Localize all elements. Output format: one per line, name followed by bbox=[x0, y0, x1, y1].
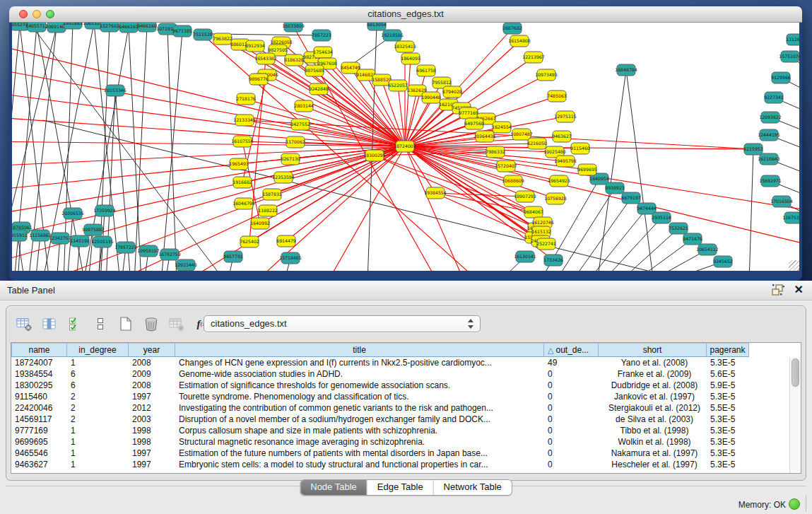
cell-in_degree[interactable]: 1 bbox=[67, 357, 129, 368]
cell-short[interactable]: Jankovic et al. (1997) bbox=[599, 391, 707, 402]
cell-title[interactable]: Corpus callosum shape and size in male p… bbox=[175, 425, 544, 436]
table-row[interactable]: 977716911998Corpus callosum shape and si… bbox=[11, 425, 790, 436]
cell-short[interactable]: Yano et al. (2008) bbox=[599, 357, 707, 368]
graph-node[interactable]: 1754634 bbox=[313, 47, 333, 58]
graph-node[interactable]: 8813054 bbox=[367, 23, 387, 30]
graph-node[interactable]: 8427552 bbox=[290, 119, 310, 130]
column-header-title[interactable]: title bbox=[175, 343, 544, 357]
graph-node[interactable]: 2803144 bbox=[294, 100, 314, 112]
scrollbar-thumb[interactable] bbox=[792, 358, 799, 387]
graph-node[interactable]: 12505135 bbox=[91, 236, 114, 247]
graph-node[interactable]: 2718176 bbox=[236, 93, 256, 105]
graph-node[interactable]: 17016504 bbox=[770, 196, 793, 207]
cell-short[interactable]: Stergiakouli et al. (2012) bbox=[599, 402, 707, 414]
graph-node[interactable]: 16107554 bbox=[231, 136, 254, 147]
graph-node[interactable]: 7986332 bbox=[486, 146, 505, 158]
graph-node[interactable]: 8912934 bbox=[245, 40, 265, 52]
graph-node[interactable]: 20364436 bbox=[473, 131, 496, 142]
graph-node[interactable]: 1145190 bbox=[70, 235, 90, 247]
table-options-button[interactable] bbox=[13, 313, 35, 334]
graph-node[interactable]: 12093822 bbox=[759, 112, 782, 123]
column-header-in_degree[interactable]: in_degree bbox=[67, 343, 129, 357]
cell-year[interactable]: 1998 bbox=[129, 436, 175, 448]
cell-in_degree[interactable]: 2 bbox=[67, 391, 129, 402]
graph-node[interactable]: 9896776 bbox=[249, 74, 269, 85]
cell-pagerank[interactable]: 5.3E-5 bbox=[707, 391, 749, 402]
column-header-name[interactable]: name bbox=[11, 343, 67, 357]
column-header-out_degree[interactable]: △out_de... bbox=[544, 343, 599, 357]
graph-node[interactable]: 10973493 bbox=[535, 69, 558, 81]
cell-title[interactable]: Estimation of the future numbers of pati… bbox=[175, 448, 544, 459]
select-attributes-button[interactable] bbox=[64, 313, 86, 334]
graph-node[interactable]: 18724007 bbox=[394, 141, 416, 152]
cell-in_degree[interactable]: 2 bbox=[67, 414, 129, 425]
graph-node[interactable]: 7857223 bbox=[312, 30, 331, 41]
graph-node[interactable]: 7963822 bbox=[213, 33, 233, 45]
cell-title[interactable]: Genome-wide association studies in ADHD. bbox=[175, 368, 544, 380]
graph-node[interactable]: 6497568 bbox=[464, 118, 484, 129]
cell-out_degree[interactable]: 0 bbox=[544, 448, 599, 459]
graph-node[interactable]: 12342757 bbox=[49, 233, 71, 244]
graph-node[interactable]: 20206536 bbox=[61, 208, 84, 219]
cell-title[interactable]: Embryonic stem cells: a model to study s… bbox=[175, 459, 544, 470]
graph-node[interactable]: 12975115 bbox=[554, 111, 577, 122]
cell-out_degree[interactable]: 0 bbox=[544, 414, 599, 425]
graph-node[interactable]: 1188222 bbox=[258, 205, 278, 216]
graph-node[interactable]: 6794028 bbox=[442, 86, 462, 98]
graph-node[interactable]: 16130141 bbox=[514, 251, 536, 262]
graph-node[interactable]: 12353594 bbox=[272, 172, 295, 183]
cell-short[interactable]: Tibbo et al. (1998) bbox=[599, 425, 707, 436]
tab-node-table[interactable]: Node Table bbox=[300, 480, 367, 495]
table-vertical-scrollbar[interactable] bbox=[789, 357, 801, 473]
table-row[interactable]: 969969511998Structural magnetic resonanc… bbox=[11, 436, 790, 448]
graph-node[interactable]: 9699695 bbox=[577, 164, 597, 175]
cell-year[interactable]: 2012 bbox=[129, 402, 175, 414]
graph-node[interactable]: 1587831 bbox=[262, 189, 282, 200]
cell-pagerank[interactable]: 5.3E-5 bbox=[707, 425, 749, 436]
cell-name[interactable]: 14569117 bbox=[11, 414, 67, 425]
graph-node[interactable]: 6522057 bbox=[388, 80, 408, 91]
cell-year[interactable]: 1997 bbox=[129, 459, 175, 470]
graph-node[interactable]: 11675338 bbox=[782, 212, 799, 223]
graph-node[interactable]: 9115460 bbox=[570, 143, 590, 154]
table-row[interactable]: 946554611997Estimation of the future num… bbox=[11, 448, 790, 459]
graph-node[interactable]: 1733426 bbox=[543, 255, 563, 266]
graph-node[interactable]: 14055712 bbox=[25, 23, 48, 32]
cell-out_degree[interactable]: 0 bbox=[544, 425, 599, 436]
graph-node[interactable]: 16154808 bbox=[508, 35, 531, 47]
graph-node[interactable]: 19495798 bbox=[554, 156, 577, 167]
cell-year[interactable]: 2009 bbox=[129, 368, 175, 380]
graph-node[interactable]: 9777169 bbox=[459, 107, 478, 119]
graph-node[interactable]: 9245652 bbox=[713, 256, 733, 267]
table-row[interactable]: 1872400712008Changes of HCN gene express… bbox=[11, 357, 790, 368]
cell-in_degree[interactable]: 1 bbox=[67, 436, 129, 448]
graph-node[interactable]: 1864093 bbox=[401, 53, 420, 64]
graph-node[interactable]: 1891663 bbox=[63, 23, 83, 29]
cell-in_degree[interactable]: 1 bbox=[67, 459, 129, 470]
cell-year[interactable]: 1997 bbox=[129, 448, 175, 459]
cell-short[interactable]: Franke et al. (2009) bbox=[599, 368, 707, 380]
graph-node[interactable]: 9684067 bbox=[524, 206, 543, 218]
cell-pagerank[interactable]: 5.3E-5 bbox=[707, 459, 749, 470]
graph-node[interactable]: 9227341 bbox=[764, 92, 784, 103]
graph-node[interactable]: 12923448 bbox=[175, 259, 197, 271]
graph-node[interactable]: 3915911 bbox=[12, 230, 28, 241]
cell-in_degree[interactable]: 2 bbox=[67, 402, 129, 414]
graph-node[interactable]: 15718485 bbox=[279, 252, 302, 264]
graph-node[interactable]: 9466160 bbox=[137, 23, 157, 32]
graph-node[interactable]: 16543382 bbox=[254, 53, 277, 64]
cell-short[interactable]: Wolkin et al. (1998) bbox=[599, 436, 707, 448]
graph-node[interactable]: 9463627 bbox=[552, 131, 572, 142]
close-panel-icon[interactable]: ✕ bbox=[794, 283, 804, 296]
graph-node[interactable]: 15751074 bbox=[779, 51, 799, 62]
cell-name[interactable]: 9465546 bbox=[11, 448, 67, 459]
graph-node[interactable]: 1170062 bbox=[286, 136, 305, 148]
cell-name[interactable]: 18724007 bbox=[11, 357, 67, 368]
table-row[interactable]: 2242004622012Investigating the contribut… bbox=[11, 402, 790, 414]
cell-title[interactable]: Disruption of a novel member of a sodium… bbox=[175, 414, 544, 425]
graph-node[interactable]: 10958107 bbox=[137, 245, 160, 257]
graph-node[interactable]: 19384554 bbox=[424, 187, 447, 199]
graph-node[interactable]: 12133349 bbox=[233, 115, 256, 126]
graph-node[interactable]: 6216050 bbox=[527, 138, 547, 149]
graph-node[interactable]: 8471676 bbox=[683, 233, 702, 245]
